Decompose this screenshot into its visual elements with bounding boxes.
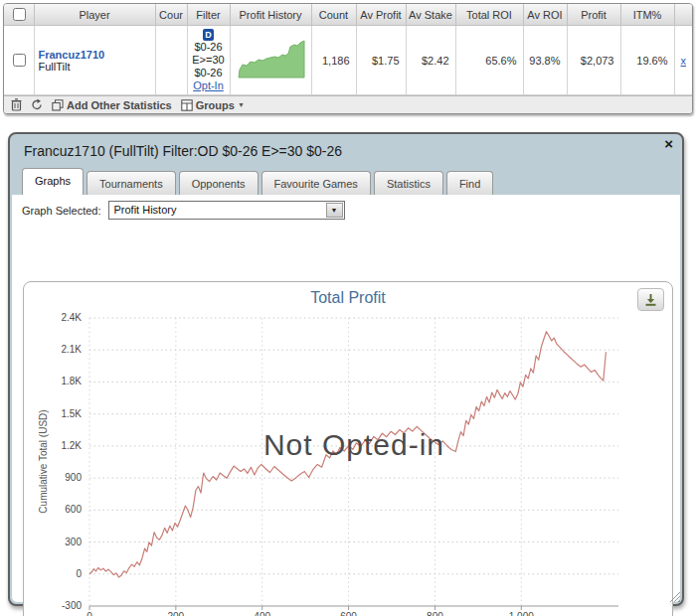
filter-line: $0-26 <box>194 67 222 78</box>
profit-cell: $2,073 <box>567 26 620 95</box>
col-total-roi[interactable]: Total ROI <box>455 4 523 26</box>
tab-favourite-games[interactable]: Favourite Games <box>261 171 371 195</box>
profit-chart-panel: Total Profit -30003006009001.2K1.5K1.8K2… <box>23 281 673 616</box>
player-name-link[interactable]: Francuz1710 <box>39 49 151 61</box>
filter-cell: D $0-26 E>=30 $0-26 Opt-In <box>187 26 230 95</box>
y-tick-label: 0 <box>24 568 82 579</box>
tab-graphs[interactable]: Graphs <box>22 168 84 195</box>
col-itm[interactable]: ITM% <box>620 4 674 26</box>
x-tick-label: 400 <box>233 611 292 616</box>
remove-row-link[interactable]: x <box>681 55 687 67</box>
x-tick-label: 600 <box>319 611 379 616</box>
refresh-icon <box>31 98 43 111</box>
tab-opponents[interactable]: Opponents <box>179 171 259 195</box>
results-panel: Player Cour Filter Profit History Count … <box>3 3 693 114</box>
player-cell: Francuz1710 FullTilt <box>34 26 155 95</box>
select-arrow-button[interactable]: ▼ <box>326 203 343 218</box>
y-tick-label: 300 <box>24 537 82 547</box>
groups-button[interactable]: Groups ▼ <box>181 99 245 111</box>
graph-select-dropdown[interactable]: Profit History ▼ <box>108 201 345 220</box>
add-other-statistics-label: Add Other Statistics <box>67 99 172 111</box>
row-checkbox[interactable] <box>13 54 26 67</box>
av-roi-cell: 93.8% <box>523 26 567 95</box>
y-tick-label: 1.5K <box>24 408 82 419</box>
filter-line: $0-26 <box>194 41 222 53</box>
y-tick-label: 1.2K <box>24 440 82 451</box>
total-roi-cell: 65.6% <box>455 26 523 95</box>
itm-cell: 19.6% <box>620 26 674 95</box>
av-profit-cell: $1.75 <box>356 26 406 95</box>
graph-selector-row: Graph Selected: Profit History ▼ <box>12 195 680 220</box>
x-tick-label: 800 <box>405 611 464 616</box>
groups-icon <box>181 99 193 111</box>
col-av-stake[interactable]: Av Stake <box>406 4 455 26</box>
y-axis-title: Cumulative Total (USD) <box>38 318 49 606</box>
close-icon[interactable]: × <box>664 136 673 152</box>
y-tick-label: 1.8K <box>24 376 82 386</box>
results-header-row: Player Cour Filter Profit History Count … <box>4 4 692 26</box>
dialog-tab-bar: GraphsTournamentsOpponentsFavourite Game… <box>22 168 493 195</box>
col-profit[interactable]: Profit <box>567 4 620 26</box>
dialog-title: Francuz1710 (FullTilt) Filter:OD $0-26 E… <box>24 143 342 159</box>
trash-icon <box>11 98 22 111</box>
y-tick-label: 2.4K <box>24 312 82 323</box>
y-tick-label: 900 <box>24 472 82 483</box>
av-stake-cell: $2.42 <box>406 26 455 95</box>
y-tick-label: 2.1K <box>24 344 82 355</box>
add-other-statistics-button[interactable]: Add Other Statistics <box>52 99 172 111</box>
country-cell <box>155 26 187 95</box>
x-tick-label: 0 <box>60 611 119 616</box>
col-av-roi[interactable]: Av ROI <box>523 4 567 26</box>
player-site: FullTilt <box>39 61 151 73</box>
tab-find[interactable]: Find <box>446 171 493 195</box>
chevron-down-icon: ▼ <box>331 202 338 219</box>
tab-statistics[interactable]: Statistics <box>374 171 443 195</box>
profit-sparkline-cell[interactable] <box>230 26 311 95</box>
count-cell: 1,186 <box>311 26 356 95</box>
delete-button[interactable] <box>11 98 22 111</box>
graph-select-value: Profit History <box>114 204 177 216</box>
profit-sparkline-chart <box>235 32 310 87</box>
x-tick-label: 1,000 <box>491 611 551 616</box>
not-opted-in-watermark: Not Opted-in <box>89 428 618 462</box>
player-stats-dialog: Francuz1710 (FullTilt) Filter:OD $0-26 E… <box>8 132 684 606</box>
graph-selected-label: Graph Selected: <box>22 205 101 217</box>
col-filter[interactable]: Filter <box>187 4 230 26</box>
col-profit-history[interactable]: Profit History <box>230 4 311 26</box>
dialog-content: Graph Selected: Profit History ▼ Total P… <box>12 195 680 602</box>
results-toolbar: Add Other Statistics Groups ▼ <box>4 95 692 113</box>
refresh-button[interactable] <box>31 98 43 111</box>
opt-in-link[interactable]: Opt-In <box>193 79 224 91</box>
x-tick-label: 200 <box>146 611 206 616</box>
results-table: Player Cour Filter Profit History Count … <box>4 4 692 95</box>
col-av-profit[interactable]: Av Profit <box>356 4 406 26</box>
chevron-down-icon: ▼ <box>238 101 245 108</box>
groups-label: Groups <box>196 99 235 111</box>
y-tick-label: 600 <box>24 504 82 515</box>
col-country[interactable]: Cour <box>155 4 187 26</box>
filter-line: E>=30 <box>192 54 224 66</box>
col-count[interactable]: Count <box>311 4 356 26</box>
select-all-checkbox[interactable] <box>13 8 26 21</box>
table-row: Francuz1710 FullTilt D $0-26 E>=30 $0-26… <box>4 26 692 95</box>
tab-tournaments[interactable]: Tournaments <box>87 171 176 195</box>
doubles-filter-icon: D <box>203 29 214 41</box>
y-tick-label: -300 <box>24 600 82 611</box>
col-player[interactable]: Player <box>34 4 155 26</box>
copy-icon <box>52 99 64 111</box>
